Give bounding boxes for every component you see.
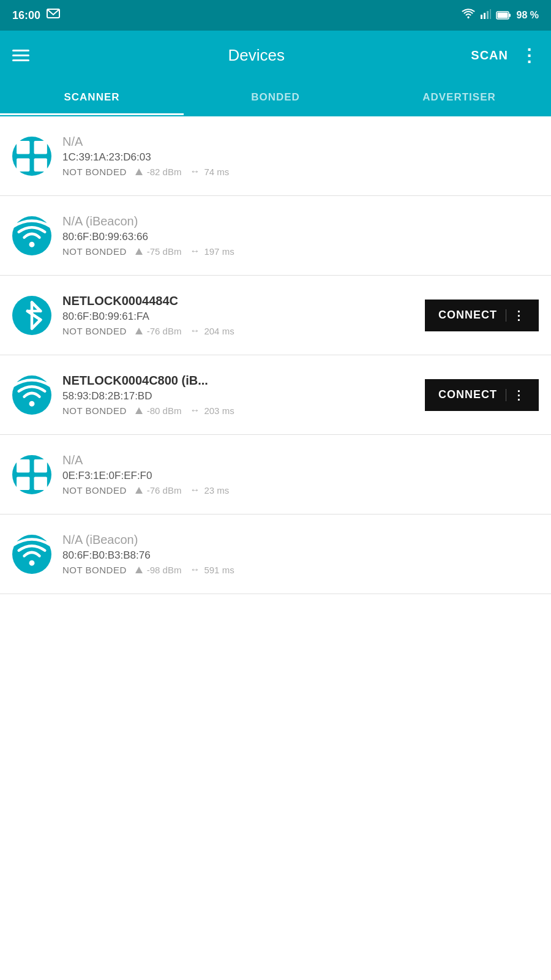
svg-rect-21 — [34, 477, 47, 489]
device-mac: 80:6F:B0:99:63:66 — [62, 231, 539, 243]
svg-rect-11 — [17, 158, 29, 171]
connect-button[interactable]: CONNECT⋮ — [425, 379, 539, 411]
tab-bonded[interactable]: BONDED — [184, 80, 367, 115]
device-bond-status: NOT BONDED — [62, 246, 127, 257]
device-signal: -75 dBm — [135, 246, 182, 257]
device-latency: ↔591 ms — [190, 564, 234, 575]
device-info-dev5: N/A0E:F3:1E:0F:EF:F0NOT BONDED-76 dBm↔23… — [62, 453, 539, 496]
device-bond-status: NOT BONDED — [62, 167, 127, 177]
device-icon-wifi — [12, 216, 51, 255]
device-signal: -80 dBm — [135, 405, 182, 416]
device-name: N/A — [62, 453, 539, 467]
device-info-dev3: NETLOCK0004484C80:6F:B0:99:61:FANOT BOND… — [62, 294, 419, 336]
device-status-row: NOT BONDED-82 dBm↔74 ms — [62, 166, 539, 177]
device-name: N/A — [62, 135, 539, 149]
signal-status-icon — [480, 9, 491, 22]
device-info-dev1: N/A1C:39:1A:23:D6:03NOT BONDED-82 dBm↔74… — [62, 135, 539, 177]
device-item-dev2: N/A (iBeacon)80:6F:B0:99:63:66NOT BONDED… — [0, 196, 551, 276]
tab-scanner[interactable]: SCANNER — [0, 80, 184, 115]
device-status-row: NOT BONDED-76 dBm↔23 ms — [62, 484, 539, 496]
device-latency: ↔204 ms — [190, 325, 234, 336]
device-signal: -76 dBm — [135, 326, 182, 336]
svg-rect-5 — [490, 9, 491, 19]
svg-rect-4 — [487, 11, 489, 19]
connect-label: CONNECT — [438, 309, 506, 322]
svg-rect-18 — [17, 459, 29, 472]
svg-rect-8 — [509, 14, 511, 17]
device-item-dev5: N/A0E:F3:1E:0F:EF:F0NOT BONDED-76 dBm↔23… — [0, 435, 551, 514]
battery-percent: 98 % — [517, 10, 539, 21]
status-icons: 98 % — [462, 9, 539, 23]
device-item-dev6: N/A (iBeacon)80:6F:B0:B3:B8:76NOT BONDED… — [0, 514, 551, 594]
scan-button[interactable]: SCAN — [471, 48, 508, 62]
device-name: NETLOCK0004484C — [62, 294, 419, 308]
svg-point-13 — [29, 241, 35, 247]
device-name: N/A (iBeacon) — [62, 214, 539, 228]
device-latency: ↔23 ms — [190, 484, 229, 496]
svg-point-1 — [467, 17, 469, 18]
device-mac: 80:6F:B0:B3:B8:76 — [62, 549, 539, 562]
status-time: 16:00 — [12, 9, 40, 22]
device-icon-wifi — [12, 375, 51, 415]
device-status-row: NOT BONDED-98 dBm↔591 ms — [62, 564, 539, 575]
connect-more-dots[interactable]: ⋮ — [506, 388, 525, 402]
device-mac: 80:6F:B0:99:61:FA — [62, 311, 419, 323]
device-bond-status: NOT BONDED — [62, 565, 127, 575]
device-latency: ↔197 ms — [190, 246, 234, 257]
status-bar: 16:00 — [0, 0, 551, 31]
svg-point-22 — [29, 560, 35, 565]
device-item-dev3: NETLOCK0004484C80:6F:B0:99:61:FANOT BOND… — [0, 276, 551, 355]
connect-button-wrap: CONNECT⋮ — [425, 300, 539, 331]
device-bond-status: NOT BONDED — [62, 405, 127, 416]
device-info-dev2: N/A (iBeacon)80:6F:B0:99:63:66NOT BONDED… — [62, 214, 539, 257]
device-signal: -76 dBm — [135, 485, 182, 496]
svg-rect-12 — [34, 158, 47, 171]
svg-rect-20 — [17, 477, 29, 489]
wifi-status-icon — [462, 9, 475, 23]
svg-rect-7 — [497, 13, 508, 18]
battery-icon — [496, 10, 512, 20]
svg-rect-9 — [17, 141, 29, 154]
more-options-button[interactable]: ⋮ — [520, 45, 539, 66]
connect-button[interactable]: CONNECT⋮ — [425, 300, 539, 331]
device-icon-windows — [12, 137, 51, 176]
device-icon-wifi — [12, 535, 51, 574]
device-status-row: NOT BONDED-75 dBm↔197 ms — [62, 246, 539, 257]
svg-rect-2 — [481, 15, 482, 19]
device-status-row: NOT BONDED-76 dBm↔204 ms — [62, 325, 419, 336]
tab-advertiser[interactable]: ADVERTISER — [367, 80, 551, 115]
connect-label: CONNECT — [438, 388, 506, 401]
svg-rect-10 — [34, 141, 47, 154]
device-name: N/A (iBeacon) — [62, 533, 539, 547]
sms-icon — [47, 9, 60, 22]
device-bond-status: NOT BONDED — [62, 485, 127, 496]
device-item-dev1: N/A1C:39:1A:23:D6:03NOT BONDED-82 dBm↔74… — [0, 116, 551, 196]
device-mac: 0E:F3:1E:0F:EF:F0 — [62, 470, 539, 482]
device-mac: 58:93:D8:2B:17:BD — [62, 390, 419, 402]
device-info-dev4: NETLOCK0004C800 (iB...58:93:D8:2B:17:BDN… — [62, 374, 419, 416]
connect-button-wrap: CONNECT⋮ — [425, 379, 539, 411]
device-signal: -98 dBm — [135, 565, 182, 575]
device-item-dev4: NETLOCK0004C800 (iB...58:93:D8:2B:17:BDN… — [0, 355, 551, 435]
device-signal: -82 dBm — [135, 167, 182, 177]
device-status-row: NOT BONDED-80 dBm↔203 ms — [62, 405, 419, 416]
svg-point-17 — [29, 401, 35, 406]
device-name: NETLOCK0004C800 (iB... — [62, 374, 419, 388]
device-mac: 1C:39:1A:23:D6:03 — [62, 151, 539, 164]
device-icon-bluetooth — [12, 296, 51, 335]
app-bar: Devices SCAN ⋮ — [0, 31, 551, 80]
device-list: N/A1C:39:1A:23:D6:03NOT BONDED-82 dBm↔74… — [0, 116, 551, 594]
device-bond-status: NOT BONDED — [62, 326, 127, 336]
device-info-dev6: N/A (iBeacon)80:6F:B0:B3:B8:76NOT BONDED… — [62, 533, 539, 575]
svg-rect-19 — [34, 459, 47, 472]
svg-rect-3 — [484, 13, 485, 19]
device-latency: ↔74 ms — [190, 166, 229, 177]
hamburger-menu[interactable] — [12, 50, 29, 61]
connect-more-dots[interactable]: ⋮ — [506, 308, 525, 323]
device-icon-windows — [12, 455, 51, 494]
tabs-bar: SCANNER BONDED ADVERTISER — [0, 80, 551, 116]
device-latency: ↔203 ms — [190, 405, 234, 416]
app-title: Devices — [42, 46, 471, 65]
